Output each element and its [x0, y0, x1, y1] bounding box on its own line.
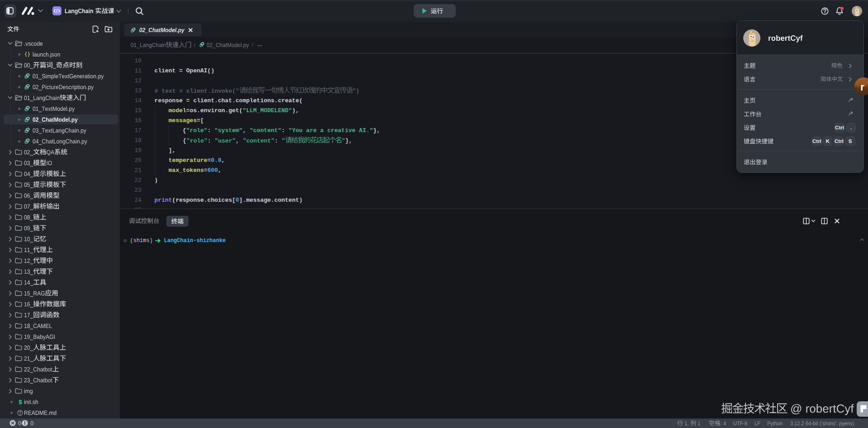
svg-text:$: $ [19, 399, 22, 405]
